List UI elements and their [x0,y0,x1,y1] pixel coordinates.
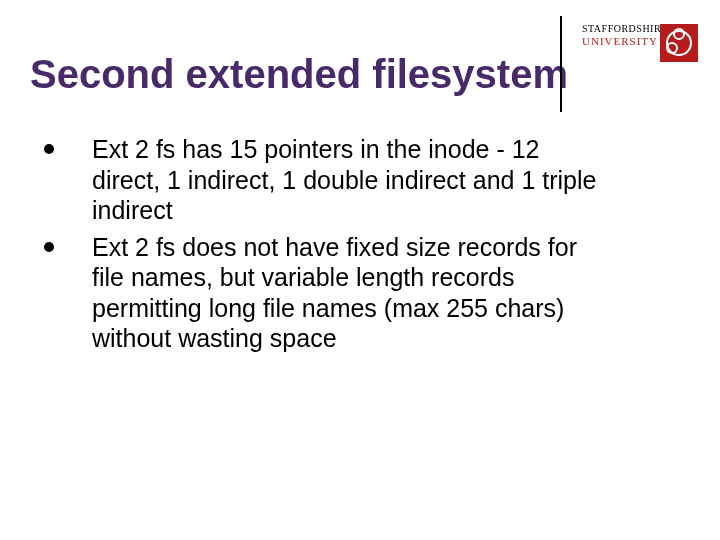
logo-line-2: UNIVERSITY [582,36,654,47]
list-item: Ext 2 fs has 15 pointers in the inode - … [38,134,598,226]
bullet-list: Ext 2 fs has 15 pointers in the inode - … [38,134,598,354]
logo-line-1: STAFFORDSHIRE [582,24,654,34]
slide-title: Second extended filesystem [30,52,568,97]
staffordshire-knot-icon [660,24,698,62]
vertical-divider [560,16,562,112]
university-logo: STAFFORDSHIRE UNIVERSITY [580,24,698,88]
list-item: Ext 2 fs does not have fixed size record… [38,232,598,354]
slide: Second extended filesystem STAFFORDSHIRE… [0,0,720,540]
slide-body: Ext 2 fs has 15 pointers in the inode - … [38,134,598,360]
logo-text: STAFFORDSHIRE UNIVERSITY [582,24,654,47]
